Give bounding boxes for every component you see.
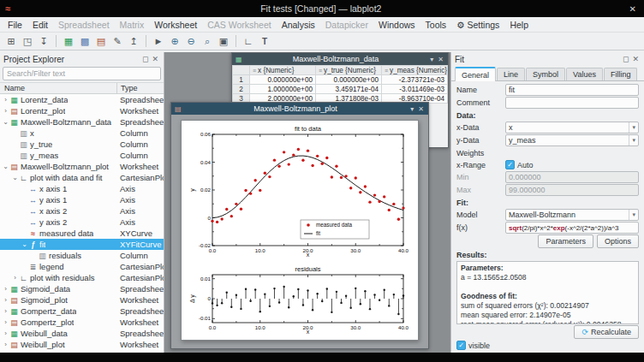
tree-item-fit[interactable]: ⌄ƒfitXYFitCurve [0,239,164,250]
dock-close-icon[interactable]: ✕ [150,55,160,63]
window-shade-icon[interactable]: ▾ [409,105,414,113]
tree-item-lorentz-plot[interactable]: ›▤Lorentz_plotWorksheet [0,105,164,116]
name-input[interactable] [505,84,639,96]
column-header-type[interactable]: Type [116,83,138,93]
column-header-y-meas-numeric[interactable]: ≡y_meas {Numeric} [382,66,448,75]
formula-input[interactable]: sqrt(2/pi)*x^2*exp(-x^2/(2*a^2))/a^3 [505,222,639,234]
tree-item-sigmoid-data[interactable]: ›▦Sigmoid_dataSpreadsheet [0,283,164,294]
spreadsheet-window-titlebar[interactable]: ▦ Maxwell-Boltzmann_data ▾ ✕ [232,53,448,65]
expander-icon[interactable]: ⌄ [2,163,9,170]
residuals-plot[interactable]: residuals0.010.020.030.040.0-0.0100.01xΔ… [189,264,410,336]
menu-analysis[interactable]: Analysis [277,19,320,31]
spreadsheet-corner[interactable] [233,66,250,75]
cell[interactable]: -3.011469e-03 [382,85,448,94]
x-data-select[interactable]: x ▾ [505,122,639,134]
tree-item-weibull-data[interactable]: ›▦Weibull_dataSpreadsheet [0,328,164,339]
menu-settings[interactable]: ⚙ Settings [451,19,504,31]
expander-icon[interactable]: › [2,307,9,315]
auto-checkbox[interactable]: ✓ [505,160,515,169]
tree-item-x[interactable]: ▥xColumn [0,128,164,139]
menu-tools[interactable]: Tools [420,19,452,31]
worksheet-window-titlebar[interactable]: ▤ Maxwell-Boltzmann_plot ▾ ✕ [171,103,428,115]
tree-item-gompertz-plot[interactable]: ›▤Gompertz_plotWorksheet [0,317,164,328]
window-shade-icon[interactable]: ▾ [429,56,434,63]
expander-icon[interactable]: › [2,329,9,337]
menu-worksheet[interactable]: Worksheet [149,19,202,31]
menu-file[interactable]: File [3,19,27,31]
select-mode-icon[interactable]: ► [151,34,166,49]
cell[interactable]: -2.373721e-03 [382,75,448,85]
save-project-icon[interactable]: ↧ [36,34,51,49]
tree-item-weibull-plot[interactable]: ›▤Weibull_plotWorksheet [0,339,164,350]
row-header[interactable]: 2 [233,85,250,94]
fit-page-icon[interactable]: ▣ [216,34,231,49]
tree-item-legend[interactable]: ≣legendCartesianPlotL... [0,261,164,272]
tree-item-y-axis-2[interactable]: ↔y axis 2Axis [0,217,164,228]
tab-filling[interactable]: Filling [604,68,638,80]
tab-symbol[interactable]: Symbol [526,68,565,80]
open-project-icon[interactable]: ◳ [20,34,35,49]
expander-icon[interactable]: ⌄ [21,240,28,248]
cell[interactable]: 3.459171e-04 [316,85,382,94]
tree-item-x-axis-2[interactable]: ↔x axis 2Axis [0,205,164,217]
expander-icon[interactable]: › [2,296,9,304]
tree-item-y-true[interactable]: ▥y_trueColumn [0,139,164,150]
dock-float-icon[interactable]: ◻ [140,55,150,63]
new-project-icon[interactable]: ⊞ [3,34,19,49]
expander-icon[interactable]: ⌄ [2,118,9,126]
zoom-select-icon[interactable]: ⌕ [200,34,215,49]
expander-icon[interactable]: › [2,96,9,104]
expander-icon[interactable]: › [2,341,9,348]
search-input[interactable] [3,67,161,80]
new-matrix-icon[interactable]: ▩ [77,34,92,49]
add-text-label-icon[interactable]: T [257,34,272,49]
zoom-out-icon[interactable]: ⊖ [183,34,199,49]
tree-item-plot-with-residuals[interactable]: ›∟plot with residualsCartesianPlot [0,272,164,283]
column-header-y-true-numeric[interactable]: ≡y_true {Numeric} [316,66,382,75]
expander-icon[interactable]: › [2,107,9,115]
cell[interactable]: 1.000000e+00 [250,85,316,94]
menu-help[interactable]: Help [504,19,534,31]
zoom-in-icon[interactable]: ⊕ [167,34,182,49]
tab-values[interactable]: Values [566,68,603,80]
tree-item-residuals[interactable]: ▥residualsColumn [0,250,164,261]
options-button[interactable]: Options [597,234,639,248]
tree-item-maxwell-boltzmann-data[interactable]: ⌄▦Maxwell-Boltzmann_dataSpreadsheet [0,116,164,128]
y-data-select[interactable]: y_meas ▾ [505,134,639,146]
expander-icon[interactable]: › [2,285,9,293]
tree-item-plot-with-data-and-fit[interactable]: ⌄∟plot with data and fitCartesianPlot [0,172,164,183]
expander-icon[interactable]: › [11,274,19,282]
recalculate-button[interactable]: ⟳ Recalculate [574,325,639,339]
model-select[interactable]: Maxwell-Boltzmann ▾ [505,209,639,221]
parameters-button[interactable]: Parameters [538,234,593,248]
cell[interactable]: 0.000000e+00 [250,75,316,85]
tree-item-x-axis-1[interactable]: ↔x axis 1Axis [0,183,164,194]
column-header-x-numeric[interactable]: ≡x {Numeric} [250,66,316,75]
tree-item-y-axis-1[interactable]: ↔y axis 1Axis [0,194,164,205]
fit-plot[interactable]: fit to data0.010.020.030.040.0-0.0200.02… [189,124,410,259]
tree-item-y-meas[interactable]: ▥y_measColumn [0,150,164,161]
cell[interactable]: 0.000000e+00 [316,75,382,85]
tree-item-maxwell-boltzmann-plot[interactable]: ⌄▤Maxwell-Boltzmann_plotWorksheet [0,161,164,172]
spreadsheet-table[interactable]: ≡x {Numeric}≡y_true {Numeric}≡y_meas {Nu… [232,65,448,104]
row-header[interactable]: 1 [233,75,250,85]
menu-edit[interactable]: Edit [27,19,53,31]
visible-checkbox[interactable]: ✓ [456,341,466,350]
new-note-icon[interactable]: ✎ [110,34,125,49]
comment-input[interactable] [505,97,639,109]
window-close-icon[interactable]: ✕ [437,56,444,63]
column-header-name[interactable]: Name [0,84,25,92]
tree-item-measured-data[interactable]: ≈measured dataXYCurve [0,228,164,239]
dock-float-icon[interactable]: ◻ [621,55,630,63]
import-data-icon[interactable]: ↥ [126,34,141,49]
new-worksheet-icon[interactable]: ▤ [93,34,109,49]
add-plot-icon[interactable]: ∟ [241,34,256,49]
window-close-icon[interactable]: ✕ [627,4,639,14]
dock-close-icon[interactable]: ✕ [630,55,641,63]
tab-general[interactable]: General [455,67,496,81]
tree-item-lorentz-data[interactable]: ›▦Lorentz_dataSpreadsheet [0,94,164,105]
expander-icon[interactable]: ⌄ [11,174,19,181]
tree-item-gompertz-data[interactable]: ›▦Gompertz_dataSpreadsheet [0,306,164,317]
menu-windows[interactable]: Windows [373,19,420,31]
expander-icon[interactable]: › [2,318,9,326]
